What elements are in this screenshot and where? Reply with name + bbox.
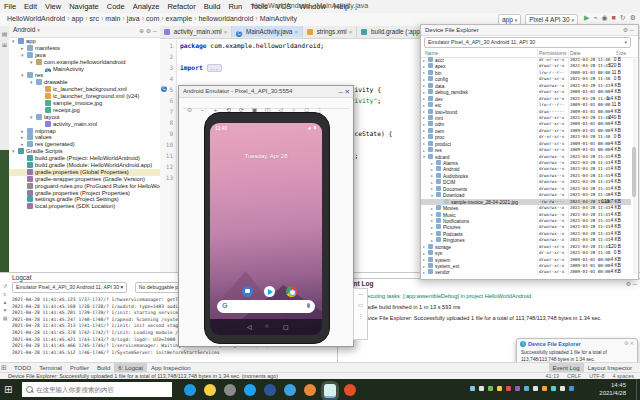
tab-mainactivity-java[interactable]: C MainActivity.java× <box>232 26 303 37</box>
phone-screen[interactable]: 11:40 ◢ ▮ Tuesday, Apr 28 G ◁○▢ <box>210 123 322 335</box>
emulator-title-bar[interactable]: Android Emulator - Pixel_4_API_30:5554 ─… <box>179 86 353 98</box>
menu-navigate[interactable]: Navigate <box>65 0 103 11</box>
project-view-selector[interactable]: Android <box>13 26 35 33</box>
tray-icon[interactable] <box>479 386 484 391</box>
run-button[interactable]: ▶ <box>582 13 591 22</box>
logcat-device-dropdown[interactable]: Emulator Pixel_4_API_30 Android 11, API … <box>12 282 127 293</box>
tree-item[interactable]: ▸mipmap <box>9 128 160 135</box>
taskbar-clock[interactable]: 14:45 2021/4/28 <box>599 382 626 397</box>
tree-item[interactable]: ▾Gradle Scripts <box>9 148 160 155</box>
breadcrumb-item[interactable]: example <box>165 15 193 22</box>
emulator-window[interactable]: Android Emulator - Pixel_4_API_30:5554 ─… <box>178 85 354 347</box>
office-icon[interactable] <box>264 384 276 396</box>
logcat-tool-icon[interactable]: ≡ <box>0 291 10 299</box>
mail-icon[interactable] <box>244 384 256 396</box>
event-log-line[interactable]: 11:48Device File Explorer: Successfully … <box>344 313 636 324</box>
project-panel-header[interactable]: Android ▾ ⊕ ⚙ ─ <box>9 26 160 38</box>
close-icon[interactable]: × <box>294 29 298 35</box>
overview-icon[interactable]: ▢ <box>283 323 289 330</box>
start-button[interactable]: ⊞ <box>4 384 12 395</box>
emulator-window-buttons[interactable]: ─ ✕ <box>338 86 350 97</box>
tree-item[interactable]: sample_invoice.jpg <box>9 100 160 107</box>
tree-item[interactable]: gradle-wrapper.properties (Gradle Versio… <box>9 176 160 183</box>
device-file-explorer-header[interactable]: Device File Explorer ⚙ ─ <box>421 25 638 36</box>
tree-item[interactable]: ▾res <box>9 72 160 79</box>
tree-item[interactable]: settings.gradle (Project Settings) <box>9 196 160 203</box>
logcat-tool-icon[interactable]: ▲ <box>0 299 10 307</box>
floating-mini-toolbar[interactable]: ─▭⋮ <box>353 288 368 340</box>
edge-icon[interactable] <box>184 384 196 396</box>
tray-icon[interactable] <box>569 386 574 391</box>
tree-item[interactable]: ▾java <box>9 52 160 59</box>
column-header-date[interactable]: Date <box>570 50 581 56</box>
back-icon[interactable]: ◁ <box>247 323 252 330</box>
menu-analyze[interactable]: Analyze <box>129 0 164 11</box>
window-close-icon[interactable]: ✕ <box>345 88 350 95</box>
scrollbar-thumb[interactable] <box>632 147 636 197</box>
tree-item[interactable]: ▸res (generated) <box>9 141 160 148</box>
tree-item[interactable]: CMainActivity <box>9 66 160 73</box>
tree-item[interactable]: ▸manifests <box>9 45 160 52</box>
speaker-app-icon[interactable] <box>284 384 296 396</box>
tree-item[interactable]: ▾com.example.helloworldandroid <box>9 59 160 66</box>
project-panel-icons[interactable]: ⊕ ⚙ ─ <box>139 27 157 34</box>
apply-changes-button[interactable]: ⌁ <box>591 13 599 22</box>
show-desktop-button[interactable] <box>636 379 640 400</box>
breadcrumb-item[interactable]: com <box>145 15 160 22</box>
settings-button[interactable]: ⚙ <box>628 13 638 22</box>
close-icon[interactable]: × <box>349 29 353 35</box>
column-header-name[interactable]: Name <box>425 50 438 56</box>
file-row[interactable]: ▸vendordrwxr-xr-x2009-01-01 00:004 KB <box>421 269 631 275</box>
tray-icon[interactable] <box>551 386 556 391</box>
file-explorer-icon[interactable] <box>204 384 216 396</box>
messages-app-icon[interactable] <box>242 286 253 297</box>
menu-view[interactable]: View <box>41 0 65 11</box>
device-file-explorer-header-icons[interactable]: ⚙ ─ <box>623 25 634 35</box>
tree-item[interactable]: gradle.properties (Project Properties) <box>9 190 160 197</box>
breadcrumb-item[interactable]: main <box>104 15 121 22</box>
tree-item[interactable]: activity_main.xml <box>9 121 160 128</box>
tree-item[interactable]: ▸values <box>9 134 160 141</box>
logcat-tool-icon[interactable]: ▦ <box>0 315 10 323</box>
tray-icon[interactable] <box>524 386 529 391</box>
event-log-line[interactable]: 11:39Executing tasks: [:app:assembleDebu… <box>344 291 636 302</box>
photos-icon[interactable] <box>304 384 316 396</box>
debug-button[interactable]: ◉ <box>600 13 610 22</box>
tree-item[interactable]: build.gradle (Project: HelloWorldAndroid… <box>9 155 160 162</box>
tree-item[interactable]: proguard-rules.pro (ProGuard Rules for H… <box>9 183 160 190</box>
volume-down-icon[interactable]: − <box>196 105 209 115</box>
chrome-icon[interactable] <box>286 286 297 297</box>
tray-icon[interactable] <box>515 386 520 391</box>
breadcrumb-item[interactable]: HelloWorldAndroid <box>6 15 66 22</box>
breadcrumb-item[interactable]: helloworldandroid <box>197 15 254 22</box>
menu-refactor[interactable]: Refactor <box>163 0 199 11</box>
home-icon[interactable]: ○ <box>265 323 269 329</box>
logcat-tool-icon[interactable]: ↺ <box>0 283 10 291</box>
breadcrumb-item[interactable]: app <box>71 15 85 22</box>
sync-gradle-button[interactable]: ↻ <box>618 13 628 22</box>
android-studio-icon[interactable] <box>324 384 336 398</box>
mini-toolbar-icon[interactable]: ▭ <box>354 300 367 311</box>
tray-icon[interactable] <box>497 386 502 391</box>
tray-icon[interactable] <box>542 386 547 391</box>
device-selector-dropdown[interactable]: Emulator Pixel_4_API_30 Android 11, API … <box>424 37 631 48</box>
tree-item[interactable]: ▾app <box>9 38 160 45</box>
menu-edit[interactable]: Edit <box>20 0 41 11</box>
event-log-line[interactable]: 11:40Gradle build finished in 1 m 13 s 5… <box>344 302 636 313</box>
tree-item[interactable]: receipt.jpg <box>9 107 160 114</box>
tool-strip-icon[interactable]: ▤ <box>0 30 9 37</box>
browser-icon[interactable] <box>344 384 356 396</box>
tree-item[interactable]: local.properties (SDK Location) <box>9 203 160 210</box>
breadcrumb-item[interactable]: src <box>89 15 100 22</box>
close-icon[interactable]: × <box>224 29 228 35</box>
balloon-title[interactable]: Device File Explorer <box>528 341 581 347</box>
stop-button[interactable]: ■ <box>610 13 618 21</box>
tray-icon[interactable] <box>506 386 511 391</box>
menu-run[interactable]: Run <box>224 0 246 11</box>
tray-icon[interactable] <box>470 386 475 391</box>
power-icon[interactable]: ⊙ <box>183 105 196 115</box>
column-header-permissions[interactable]: Permissions <box>539 50 566 56</box>
tab-activity-main-xml[interactable]: activity_main.xml× <box>160 26 232 37</box>
menu-build[interactable]: Build <box>200 0 225 11</box>
tool-window-switcher-icon[interactable]: ⊞ <box>1 364 7 372</box>
